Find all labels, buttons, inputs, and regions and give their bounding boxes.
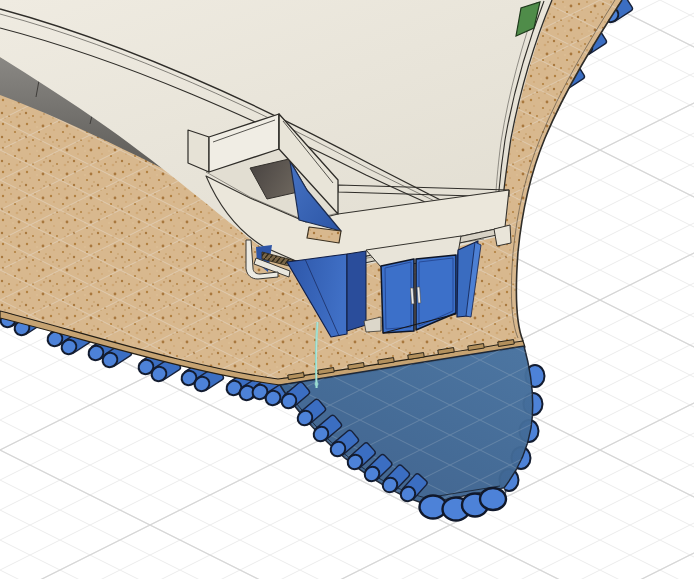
cad-viewport[interactable]: [0, 0, 694, 579]
model-canvas: [0, 0, 694, 579]
entrance-recess-panel: [347, 251, 366, 331]
